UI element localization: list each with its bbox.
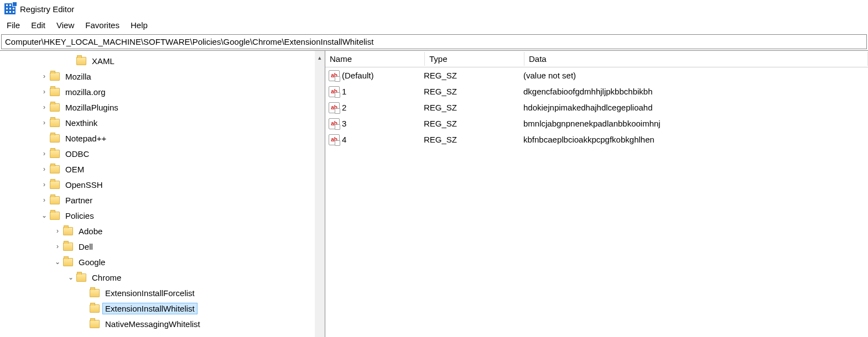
tree-item[interactable]: ›Mozilla (0, 69, 325, 84)
value-row[interactable]: ab2REG_SZhdokiejnpimakedhajhdlcegeplioah… (325, 99, 868, 115)
tree-item-label: MozillaPlugins (65, 103, 118, 112)
content-panes: XAML›Mozilla›mozilla.org›MozillaPlugins›… (0, 50, 868, 337)
value-data: dkgencfabioofgdmhhjljpkbbchbikbh (523, 87, 868, 96)
app-icon (4, 3, 15, 14)
chevron-up-icon[interactable]: ▴ (318, 54, 321, 61)
folder-icon (50, 134, 60, 143)
title-bar: Registry Editor (0, 0, 868, 18)
chevron-right-icon[interactable]: › (40, 165, 49, 173)
values-list: ab(Default)REG_SZ(value not set)ab1REG_S… (325, 67, 868, 148)
folder-icon (50, 103, 60, 112)
folder-icon (50, 181, 60, 189)
tree-item-label: mozilla.org (65, 87, 106, 97)
tree-item-label: Dell (79, 242, 93, 251)
tree-item[interactable]: ›Adobe (0, 223, 325, 239)
value-data: (value not set) (523, 71, 868, 80)
tree-item[interactable]: Notepad++ (0, 130, 325, 146)
value-data: hdokiejnpimakedhajhdlcegeplioahd (523, 103, 868, 112)
tree-pane: XAML›Mozilla›mozilla.org›MozillaPlugins›… (0, 51, 325, 337)
column-type[interactable]: Type (425, 52, 524, 66)
chevron-right-icon[interactable]: › (40, 150, 49, 157)
tree-item[interactable]: NativeMessagingWhitelist (0, 316, 325, 331)
chevron-right-icon[interactable]: › (40, 103, 49, 111)
chevron-right-icon[interactable]: › (40, 88, 49, 96)
column-name[interactable]: Name (325, 52, 425, 66)
tree-item[interactable]: ›Nexthink (0, 115, 325, 130)
column-data[interactable]: Data (524, 52, 868, 66)
tree-item-label: Partner (65, 196, 92, 205)
value-name: 3 (341, 119, 424, 128)
values-pane: Name Type Data ab(Default)REG_SZ(value n… (325, 51, 868, 337)
chevron-down-icon[interactable]: ⌄ (53, 258, 62, 266)
folder-icon (90, 304, 100, 313)
value-data: bmnlcjabgnpnenekpadlanbbkooimhnj (523, 119, 868, 128)
chevron-right-icon[interactable]: › (40, 72, 49, 80)
tree-scrollbar[interactable]: ▴ (315, 51, 325, 337)
chevron-right-icon[interactable]: › (40, 196, 49, 204)
chevron-right-icon[interactable]: › (53, 227, 62, 235)
menu-view[interactable]: View (52, 19, 79, 31)
folder-icon (50, 212, 60, 220)
tree-item[interactable]: ⌄Google (0, 254, 325, 270)
tree-item[interactable]: ›ODBC (0, 146, 325, 161)
tree-item[interactable]: ›Dell (0, 239, 325, 254)
value-name: (Default) (341, 71, 424, 80)
menu-edit[interactable]: Edit (27, 19, 50, 31)
value-row[interactable]: ab1REG_SZdkgencfabioofgdmhhjljpkbbchbikb… (325, 83, 868, 99)
tree-item-label: Adobe (79, 227, 102, 236)
value-row[interactable]: ab(Default)REG_SZ(value not set) (325, 67, 868, 83)
tree-item[interactable]: ›OEM (0, 161, 325, 177)
registry-tree[interactable]: XAML›Mozilla›mozilla.org›MozillaPlugins›… (0, 51, 325, 334)
tree-item[interactable]: ›Partner (0, 192, 325, 208)
tree-item-label: OEM (65, 165, 84, 174)
tree-item-label: Nexthink (65, 118, 97, 128)
menu-favorites[interactable]: Favorites (81, 19, 124, 31)
chevron-right-icon[interactable]: › (40, 181, 49, 188)
menu-bar: File Edit View Favorites Help (0, 18, 868, 34)
folder-icon (50, 165, 60, 173)
string-value-icon: ab (329, 70, 340, 81)
chevron-right-icon[interactable]: › (53, 243, 62, 250)
chevron-down-icon[interactable]: ⌄ (40, 212, 49, 219)
value-type: REG_SZ (424, 87, 523, 96)
folder-icon (50, 150, 60, 158)
address-bar[interactable]: Computer\HKEY_LOCAL_MACHINE\SOFTWARE\Pol… (1, 34, 867, 49)
tree-item[interactable]: ⌄Chrome (0, 270, 325, 285)
tree-item[interactable]: ExtensionInstallWhitelist (0, 301, 325, 316)
tree-item[interactable]: ›OpenSSH (0, 177, 325, 192)
value-type: REG_SZ (424, 71, 523, 80)
chevron-right-icon[interactable]: › (40, 119, 49, 127)
folder-icon (90, 320, 100, 328)
values-header: Name Type Data (325, 51, 868, 67)
string-value-icon: ab (329, 134, 340, 145)
tree-item-label: XAML (92, 56, 115, 66)
value-name: 2 (341, 103, 424, 112)
tree-item[interactable]: ›mozilla.org (0, 84, 325, 99)
tree-item-label: NativeMessagingWhitelist (105, 319, 200, 329)
value-data: kbfnbcaeplbcioakkpcpgfkobkghlhen (523, 135, 868, 144)
tree-item[interactable]: ExtensionInstallForcelist (0, 285, 325, 301)
value-row[interactable]: ab3REG_SZbmnlcjabgnpnenekpadlanbbkooimhn… (325, 115, 868, 131)
string-value-icon: ab (329, 102, 340, 113)
value-type: REG_SZ (424, 119, 523, 128)
tree-item-label: ExtensionInstallWhitelist (105, 304, 195, 313)
chevron-down-icon[interactable]: ⌄ (66, 273, 75, 281)
folder-icon (50, 119, 60, 127)
string-value-icon: ab (329, 86, 340, 97)
tree-item[interactable]: ›MozillaPlugins (0, 99, 325, 115)
tree-item-label: OpenSSH (65, 180, 103, 189)
string-value-icon: ab (329, 118, 340, 129)
folder-icon (50, 72, 60, 81)
menu-file[interactable]: File (2, 19, 24, 31)
value-name: 1 (341, 87, 424, 96)
folder-icon (63, 227, 73, 235)
window-title: Registry Editor (20, 4, 74, 14)
tree-item[interactable]: ⌄Policies (0, 208, 325, 223)
tree-item-label: Chrome (92, 273, 121, 282)
menu-help[interactable]: Help (126, 19, 152, 31)
folder-icon (50, 196, 60, 204)
folder-icon (63, 243, 73, 251)
value-row[interactable]: ab4REG_SZkbfnbcaeplbcioakkpcpgfkobkghlhe… (325, 131, 868, 148)
folder-icon (76, 273, 86, 282)
tree-item[interactable]: XAML (0, 53, 325, 69)
